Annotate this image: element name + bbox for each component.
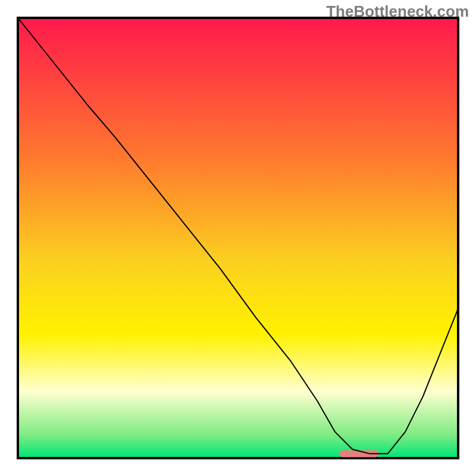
watermark-text: TheBottleneck.com — [326, 2, 469, 21]
bottleneck-chart — [0, 0, 476, 476]
plot-background — [19, 19, 457, 457]
